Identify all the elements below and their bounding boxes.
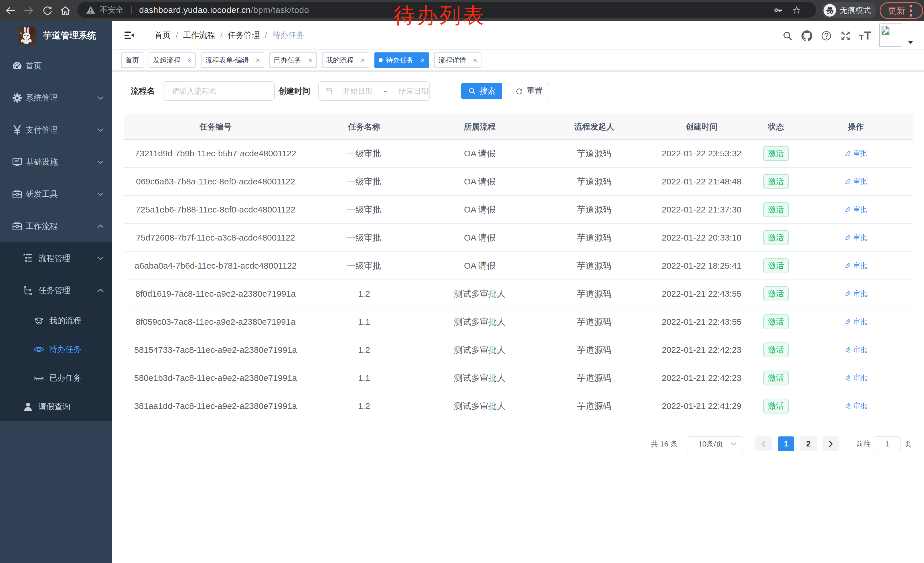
header-github-button[interactable] — [801, 30, 812, 41]
user-avatar[interactable] — [879, 24, 902, 47]
tab-home[interactable]: 首页 — [121, 53, 143, 68]
browser-update-menu[interactable]: 更新 — [880, 2, 923, 19]
tag-close-icon[interactable]: × — [473, 56, 477, 64]
cell-status: 激活 — [753, 140, 799, 168]
sidebar-item-label: 工作流程 — [26, 221, 58, 232]
tag-close-icon[interactable]: × — [256, 56, 260, 64]
select-chevron-down-icon — [730, 440, 737, 447]
tab-done-task[interactable]: 已办任务× — [269, 53, 316, 68]
cell-action: 审批 — [799, 140, 913, 168]
tag-label: 流程详情 — [438, 56, 466, 65]
cell-process: OA 请假 — [421, 252, 539, 280]
sidebar-toggle-button[interactable] — [124, 30, 135, 41]
browser-forward-button[interactable] — [22, 4, 36, 17]
tab-my-process[interactable]: 我的流程× — [322, 53, 369, 68]
approve-link[interactable]: 审批 — [844, 261, 867, 270]
url-text[interactable]: dashboard.yudao.iocoder.cn/bpm/task/todo — [139, 5, 309, 15]
tag-close-icon[interactable]: × — [420, 56, 425, 64]
breadcrumb-item: 待办任务 — [272, 30, 304, 41]
tag-close-icon[interactable]: × — [187, 56, 192, 64]
tab-process-form-edit[interactable]: 流程表单-编辑× — [201, 53, 264, 68]
tab-todo-task[interactable]: 待办任务× — [374, 53, 429, 68]
header-fullscreen-button[interactable] — [840, 30, 851, 41]
submenu-arrow-down-icon — [97, 158, 104, 166]
kebab-menu-icon[interactable] — [910, 5, 912, 17]
prev-page-button[interactable] — [755, 437, 772, 451]
page-size-select[interactable]: 10条/页 — [687, 437, 743, 451]
browser-back-button[interactable] — [4, 4, 17, 17]
approve-link[interactable]: 审批 — [844, 177, 867, 186]
tag-close-icon[interactable]: × — [308, 56, 312, 64]
approve-link[interactable]: 审批 — [844, 317, 867, 326]
header-help-button[interactable] — [821, 30, 832, 41]
approve-edit-icon — [844, 318, 851, 325]
sidebar-item-devtools[interactable]: 研发工具 — [0, 178, 112, 210]
approve-edit-icon — [844, 206, 851, 213]
table-row: 75d72608-7b7f-11ec-a3c8-acde48001122 一级审… — [124, 224, 913, 252]
sidebar-item-payment[interactable]: ¥支付管理 — [0, 114, 112, 146]
sidebar-item-leave-query[interactable]: 请假查询 — [0, 392, 112, 421]
sidebar-item-infra[interactable]: 基础设施 — [0, 146, 112, 178]
bookmark-button[interactable] — [792, 5, 802, 15]
reset-button[interactable]: 重置 — [508, 83, 549, 99]
approve-link[interactable]: 审批 — [844, 205, 867, 214]
workflow-icon — [11, 220, 24, 233]
sidebar-item-task-mgmt[interactable]: 任务管理 — [0, 274, 112, 306]
date-range-picker[interactable]: 开始日期 - 结束日期 — [318, 81, 430, 101]
header-font-size-button[interactable]: TT — [859, 30, 876, 41]
approve-link[interactable]: 审批 — [844, 401, 867, 410]
search-button[interactable]: 搜索 — [461, 83, 502, 99]
approve-link[interactable]: 审批 — [844, 149, 867, 158]
sidebar-item-home[interactable]: 首页 — [0, 50, 112, 82]
cell-task-name: 一级审批 — [308, 195, 421, 224]
incognito-icon — [825, 6, 834, 15]
process-name-input[interactable]: 请输入流程名 — [163, 81, 275, 101]
not-secure-icon[interactable] — [86, 5, 96, 15]
approve-link[interactable]: 审批 — [844, 289, 867, 298]
browser-home-button[interactable] — [58, 4, 72, 17]
total-count-label: 共 16 条 — [651, 439, 678, 449]
approve-link[interactable]: 审批 — [844, 345, 867, 354]
kebab-dot — [910, 5, 912, 8]
system-icon — [11, 92, 24, 104]
header-search-button[interactable] — [782, 30, 793, 41]
process-mgmt-icon — [22, 253, 33, 264]
table-row: 58154733-7ac8-11ec-a9e2-a2380e71991a 1.2… — [124, 336, 913, 364]
help-icon — [821, 30, 832, 41]
breadcrumb-item[interactable]: 首页 — [154, 30, 171, 41]
approve-edit-icon — [844, 234, 851, 241]
page-button-1[interactable]: 1 — [778, 437, 794, 451]
page-button-2[interactable]: 2 — [800, 437, 817, 451]
password-key-icon[interactable] — [773, 5, 783, 15]
user-menu-caret-icon[interactable] — [908, 41, 913, 44]
tab-start-process[interactable]: 发起流程× — [148, 53, 196, 68]
reset-refresh-icon — [515, 87, 523, 95]
cell-task-id: 8f0d1619-7ac8-11ec-a9e2-a2380e71991a — [124, 280, 308, 308]
tag-close-icon[interactable]: × — [361, 56, 365, 64]
sidebar-item-todo-task[interactable]: 待办任务 — [0, 335, 112, 364]
goto-page-input[interactable]: 1 — [874, 437, 900, 451]
approve-link[interactable]: 审批 — [844, 373, 867, 382]
cell-task-id: 381aa1dd-7ac8-11ec-a9e2-a2380e71991a — [124, 392, 308, 420]
sidebar-logo[interactable]: 芋道管理系统 — [0, 21, 112, 50]
tag-label: 已办任务 — [274, 56, 301, 65]
approve-link[interactable]: 审批 — [844, 233, 867, 242]
sidebar-item-my-process[interactable]: 我的流程 — [0, 306, 112, 335]
next-page-button[interactable] — [822, 437, 839, 451]
sidebar-item-process-mgmt[interactable]: 流程管理 — [0, 242, 112, 274]
update-label[interactable]: 更新 — [888, 5, 905, 17]
sidebar-item-system[interactable]: 系统管理 — [0, 82, 112, 114]
font-size-icon: TT — [859, 30, 876, 41]
browser-reload-button[interactable] — [41, 4, 54, 17]
reload-icon — [42, 5, 53, 17]
tab-process-detail[interactable]: 流程详情× — [434, 53, 482, 68]
column-header: 所属流程 — [421, 114, 539, 140]
main-panel: 首页/工作流程/任务管理/待办任务 TT 首页发起流程×流程表单-编辑×已办任务… — [112, 21, 924, 563]
sidebar-item-workflow[interactable]: 工作流程 — [0, 210, 112, 242]
breadcrumb-item[interactable]: 工作流程 — [183, 30, 215, 41]
security-label[interactable]: 不安全 — [100, 5, 124, 15]
task-mgmt-icon — [22, 285, 33, 296]
breadcrumb-item[interactable]: 任务管理 — [228, 30, 260, 41]
table-row: 580e1b3d-7ac8-11ec-a9e2-a2380e71991a 1.1… — [124, 364, 913, 392]
sidebar-item-done-task[interactable]: 已办任务 — [0, 364, 112, 392]
